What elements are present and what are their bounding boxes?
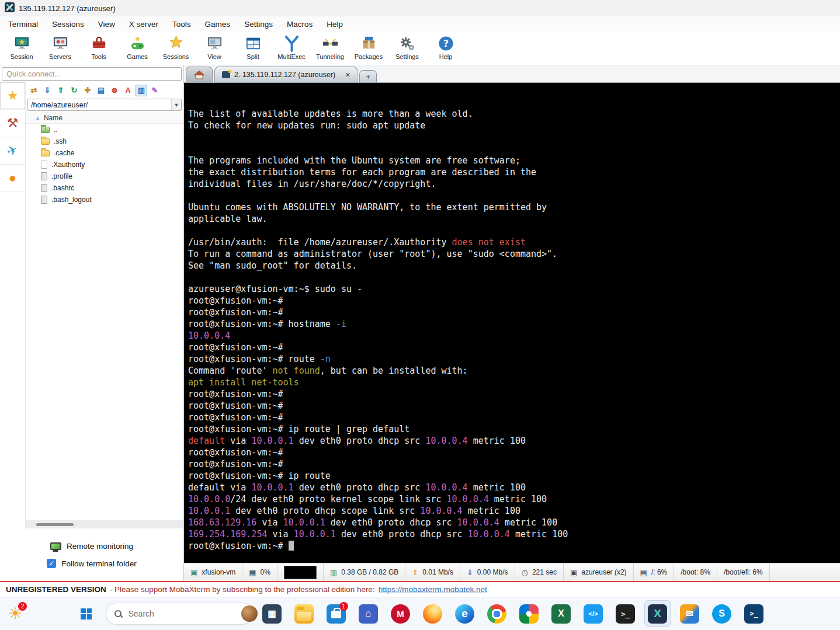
- mobatek-link[interactable]: https://mobaxterm.mobatek.net: [379, 585, 487, 594]
- server-view-icon[interactable]: ▥: [136, 85, 147, 96]
- new-tab-button[interactable]: +: [359, 70, 377, 82]
- file-name: ..: [54, 126, 58, 134]
- toolbar-help-button[interactable]: ?Help: [426, 34, 465, 60]
- follow-terminal-folder-option[interactable]: ✓ Follow terminal folder: [47, 559, 136, 568]
- mobaxterm-window: 135.119.112.127 (azureuser) TerminalSess…: [0, 0, 840, 630]
- menu-terminal[interactable]: Terminal: [1, 18, 45, 31]
- sync-folder-icon[interactable]: ⇄: [28, 85, 40, 96]
- menu-settings[interactable]: Settings: [237, 18, 280, 31]
- taskbar-firefox-button[interactable]: [419, 600, 446, 627]
- taskbar-weather-widget[interactable]: ☀ 2: [8, 604, 22, 623]
- path-dropdown-button[interactable]: ▼: [171, 99, 181, 110]
- upload-icon[interactable]: ⇑: [55, 85, 67, 96]
- terminal-text: 10.0.0.4: [420, 506, 462, 516]
- status-text: /boot: 8%: [681, 568, 710, 576]
- toolbar-servers-button[interactable]: Servers: [41, 34, 79, 60]
- terminal-text: default: [188, 436, 225, 446]
- terminal-line: root@xfusion-vm:~#: [188, 295, 835, 307]
- search-highlight-image[interactable]: [241, 605, 258, 622]
- quick-connect-input[interactable]: [2, 67, 182, 81]
- taskbar-excel-button[interactable]: [548, 600, 575, 627]
- file-list-header[interactable]: ▲ Name: [26, 112, 183, 124]
- path-input[interactable]: [28, 101, 171, 109]
- taskbar-chrome-button[interactable]: [484, 600, 511, 627]
- terminal-text: dev eth0 proto dhcp scope link src: [230, 506, 420, 516]
- home-tab[interactable]: [186, 67, 213, 82]
- toolbar-split-button[interactable]: Split: [234, 34, 272, 60]
- window-title: 135.119.112.127 (azureuser): [19, 4, 116, 13]
- active-session-tab[interactable]: 2. 135.119.112.127 (azureuser) ×: [214, 67, 357, 82]
- file-name: .bash_logout: [51, 196, 92, 204]
- file-row[interactable]: .bashrc: [26, 182, 183, 194]
- terminal-output[interactable]: The list of available updates is more th…: [184, 83, 840, 563]
- disk-root-icon: ▤: [640, 568, 647, 577]
- toolbar-games-button[interactable]: Games: [118, 34, 157, 60]
- mail-icon: [680, 604, 699, 624]
- new-folder-icon[interactable]: ✚: [82, 85, 93, 96]
- download-icon[interactable]: ⇓: [41, 85, 53, 96]
- tools-panel-tab[interactable]: ⚒: [0, 110, 25, 137]
- taskbar-dev-home-button[interactable]: [355, 600, 382, 627]
- toolbar-settings-button[interactable]: Settings: [388, 34, 426, 60]
- taskbar-mcafee-button[interactable]: [387, 600, 414, 627]
- disconnect-icon[interactable]: ⊗: [109, 85, 120, 96]
- refresh-icon[interactable]: ↻: [68, 85, 80, 96]
- menu-x-server[interactable]: X server: [122, 18, 165, 31]
- firefox-icon: [423, 604, 442, 624]
- taskbar-file-explorer-button[interactable]: [291, 600, 318, 627]
- checked-checkbox-icon[interactable]: ✓: [47, 559, 56, 568]
- taskbar-search[interactable]: [106, 603, 253, 625]
- taskbar-mail-button[interactable]: [676, 600, 703, 627]
- menu-tools[interactable]: Tools: [165, 18, 198, 31]
- taskbar-powershell-button[interactable]: [741, 600, 768, 627]
- taskbar-terminal-button[interactable]: [612, 600, 639, 627]
- terminal-line: root@xfusion-vm:~#: [188, 541, 835, 552]
- macros-panel-tab[interactable]: ✈: [0, 137, 25, 165]
- dev-home-icon: [359, 604, 378, 624]
- menu-view[interactable]: View: [91, 18, 122, 31]
- search-input[interactable]: [127, 608, 235, 619]
- edit-settings-icon[interactable]: ✎: [149, 85, 161, 96]
- taskbar-edge-button[interactable]: [452, 600, 478, 627]
- toolbar-multiexec-button[interactable]: MultiExec: [272, 34, 311, 60]
- taskbar-microsoft-store-button[interactable]: 1: [323, 600, 350, 627]
- path-combobox[interactable]: ▼: [27, 99, 182, 111]
- file-row[interactable]: .bash_logout: [26, 194, 183, 206]
- taskbar-skype-button[interactable]: [709, 600, 735, 627]
- sftp-panel-tab[interactable]: ●: [0, 165, 25, 192]
- close-tab-icon[interactable]: ×: [345, 70, 350, 79]
- file-row[interactable]: .profile: [26, 170, 183, 182]
- toolbar-packages-button[interactable]: Packages: [349, 34, 388, 60]
- sidebar-hscrollbar[interactable]: [26, 520, 183, 528]
- toolbar-session-button[interactable]: Session: [2, 34, 41, 60]
- toolbar-sessions-button[interactable]: Sessions: [157, 34, 195, 60]
- toolbar-tools-button[interactable]: Tools: [79, 34, 118, 60]
- menu-sessions[interactable]: Sessions: [45, 18, 91, 31]
- start-button[interactable]: [73, 600, 100, 627]
- taskbar-apps: 1: [259, 600, 768, 627]
- new-file-icon[interactable]: ▤: [95, 85, 107, 96]
- remote-monitoring-button[interactable]: Remote monitoring: [47, 541, 137, 551]
- toolbar-tunneling-button[interactable]: Tunneling: [311, 34, 349, 60]
- terminal-text: To check for new updates run: sudo apt u…: [188, 120, 425, 131]
- taskbar-mobaxterm-button[interactable]: [644, 600, 671, 627]
- menu-macros[interactable]: Macros: [280, 18, 320, 31]
- encoding-icon[interactable]: A: [122, 85, 134, 96]
- file-row[interactable]: .Xauthority: [26, 159, 183, 170]
- taskbar-vscode-button[interactable]: [580, 600, 607, 627]
- terminal-icon: [616, 604, 635, 624]
- menu-help[interactable]: Help: [320, 18, 350, 31]
- hscrollbar-thumb[interactable]: [36, 523, 74, 526]
- file-row[interactable]: .ssh: [26, 135, 183, 147]
- taskbar-photos-button[interactable]: [516, 600, 543, 627]
- sessions-panel-tab[interactable]: ★: [0, 82, 25, 110]
- taskbar-task-view-button[interactable]: [259, 600, 286, 627]
- toolbar-view-button[interactable]: View: [195, 34, 234, 60]
- file-row[interactable]: .cache: [26, 147, 183, 159]
- menu-games[interactable]: Games: [198, 18, 238, 31]
- status-cpu-graph: [277, 563, 324, 581]
- file-row[interactable]: ..: [26, 124, 183, 135]
- window-titlebar[interactable]: 135.119.112.127 (azureuser): [0, 0, 840, 16]
- terminal-text: metric 100: [489, 494, 547, 504]
- terminal-text: the exact distribution terms for each pr…: [188, 167, 536, 177]
